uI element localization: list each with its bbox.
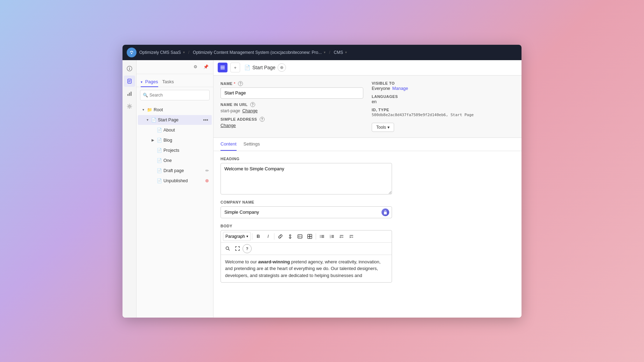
search-toolbar-button[interactable]	[223, 244, 232, 253]
folder-icon: 📁	[147, 107, 152, 112]
page-options-button[interactable]: ⊕	[278, 63, 286, 72]
svg-point-26	[320, 236, 321, 237]
tree-item-blog[interactable]: ▶ 📄 Blog	[138, 135, 212, 145]
tree-item-label: Unpublished	[163, 178, 204, 183]
chevron-icon: ▾	[183, 50, 185, 54]
bullet-list-button[interactable]	[317, 232, 327, 241]
tree-item-root[interactable]: ▾ 📁 Root	[138, 105, 212, 115]
svg-rect-21	[310, 234, 312, 236]
tree-item-label: Projects	[163, 148, 209, 153]
tree-item-draft-page[interactable]: ▶ 📄 Draft page ✏	[138, 166, 212, 176]
svg-rect-9	[127, 94, 128, 96]
settings-nav-item[interactable]	[124, 101, 135, 112]
tab-settings[interactable]: Settings	[244, 138, 260, 151]
content-area: + 📄 Start Page ⊕ Name * ?	[214, 60, 522, 318]
sidebar: ⚙ 📌 ▾ Pages Tasks 🔍	[136, 60, 214, 318]
toolbar-separator	[252, 233, 252, 240]
tree-item-start-page[interactable]: ▾ 📄 Start Page •••	[138, 115, 212, 125]
content-header: + 📄 Start Page ⊕	[214, 60, 522, 76]
svg-rect-13	[220, 66, 225, 66]
unindent-button[interactable]	[337, 232, 346, 241]
top-nav: Optimizely CMS SaaS ▾ / Optimizely Conte…	[122, 45, 522, 60]
svg-rect-15	[220, 69, 225, 69]
sidebar-tabs: ▾ Pages Tasks	[136, 74, 213, 87]
tab-tasks[interactable]: Tasks	[162, 77, 174, 87]
list-view-button[interactable]	[218, 63, 227, 72]
breadcrumb: Optimizely CMS SaaS ▾ / Optimizely Conte…	[139, 50, 347, 55]
tree-item-label: Blog	[163, 138, 209, 143]
settings-button[interactable]: ⚙	[191, 62, 200, 71]
svg-rect-20	[308, 234, 310, 236]
chevron-down-icon: ▾	[387, 125, 390, 130]
simple-address-help-icon: ?	[260, 117, 265, 122]
italic-button[interactable]: I	[264, 232, 273, 241]
svg-point-40	[226, 247, 229, 250]
name-help-icon: ?	[238, 81, 243, 86]
company-name-field-group: Company Name	[220, 200, 514, 218]
content-tabs: Content Settings	[214, 138, 522, 151]
sidebar-search-area: 🔍	[136, 87, 213, 103]
tree-item-unpublished[interactable]: ▶ 📄 Unpublished ⊗	[138, 176, 212, 186]
file-icon: 📄	[157, 158, 162, 163]
company-name-input-wrap	[220, 206, 392, 218]
tree-item-label: Draft page	[163, 168, 204, 173]
indent-button[interactable]	[347, 232, 356, 241]
id-type-value: 500db8e2ac8d437fa7509e9f2d140eb6, Start …	[372, 113, 514, 117]
svg-point-19	[299, 235, 300, 236]
pages-nav-item[interactable]	[124, 76, 135, 87]
name-label: Name * ?	[220, 81, 363, 86]
fullscreen-button[interactable]	[233, 244, 242, 253]
file-icon: 📄	[151, 118, 156, 122]
media-button[interactable]	[305, 232, 314, 241]
tree-item-label: Start Page	[158, 118, 201, 122]
chevron-icon: ▾	[324, 50, 326, 54]
svg-rect-18	[298, 235, 302, 238]
toolbar-separator	[274, 233, 274, 240]
add-button[interactable]: +	[230, 63, 240, 72]
pin-button[interactable]: 📌	[201, 62, 210, 71]
languages-value: en	[372, 99, 514, 104]
tree-item-projects[interactable]: ▶ 📄 Projects	[138, 145, 212, 155]
info-nav-item[interactable]	[124, 63, 135, 74]
file-icon: 📄	[157, 138, 162, 143]
editor-content[interactable]: Welcome to our award-winning pretend age…	[221, 255, 392, 283]
body-label: Body	[220, 224, 514, 228]
image-button[interactable]	[295, 232, 304, 241]
expand-icon: ▾	[145, 118, 150, 122]
manage-link[interactable]: Manage	[392, 86, 408, 91]
numbered-list-button[interactable]: 1. 2. 3.	[327, 232, 336, 241]
analytics-nav-item[interactable]	[124, 88, 135, 99]
simple-address-change-link[interactable]: Change	[220, 123, 363, 128]
company-name-label: Company Name	[220, 200, 514, 204]
tree-item-one[interactable]: ▶ 📄 One	[138, 156, 212, 165]
name-in-url-change-link[interactable]: Change	[242, 108, 258, 113]
app-logo	[127, 48, 136, 57]
tools-button[interactable]: Tools ▾	[372, 123, 394, 132]
anchor-button[interactable]	[286, 232, 295, 241]
svg-line-41	[228, 249, 230, 251]
tree-item-about[interactable]: ▶ 📄 About	[138, 125, 212, 135]
heading-label: Heading	[220, 157, 514, 161]
tab-pages[interactable]: ▾ Pages	[141, 77, 158, 87]
svg-point-0	[129, 49, 134, 55]
svg-rect-10	[129, 93, 130, 96]
bold-button[interactable]: B	[254, 232, 263, 241]
search-input[interactable]	[140, 90, 210, 100]
svg-rect-22	[308, 236, 310, 239]
paragraph-select[interactable]: Paragraph ▾	[223, 232, 251, 241]
name-in-url-value: start-page	[220, 108, 240, 113]
company-name-input[interactable]	[220, 206, 392, 218]
editor-area: Heading Welcome to Simple Company Compan…	[214, 151, 522, 318]
name-input[interactable]	[220, 87, 363, 99]
error-icon: ⊗	[205, 178, 209, 183]
help-toolbar-button[interactable]: ?	[243, 244, 252, 253]
heading-textarea[interactable]: Welcome to Simple Company	[220, 163, 392, 194]
expand-icon: ▶	[150, 138, 155, 143]
visible-to-label: Visible to	[372, 81, 514, 85]
more-button[interactable]: •••	[202, 116, 209, 123]
link-button[interactable]	[276, 232, 285, 241]
page-title-header: 📄 Start Page ⊕	[244, 63, 286, 72]
tab-content[interactable]: Content	[220, 138, 237, 151]
file-icon: 📄	[157, 178, 162, 183]
lock-icon	[382, 208, 389, 216]
